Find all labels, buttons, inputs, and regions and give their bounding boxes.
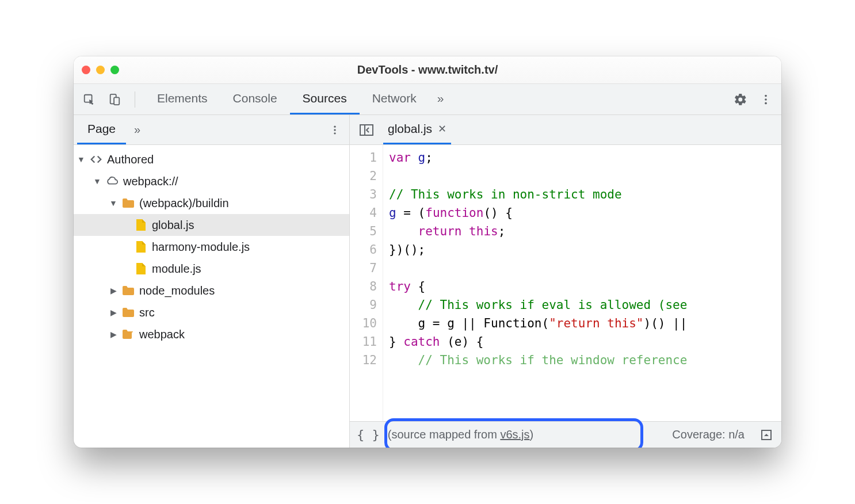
code-brackets-icon: [90, 153, 102, 166]
svg-point-7: [334, 129, 335, 131]
toggle-navigator-icon[interactable]: [356, 119, 377, 141]
tree-file-harmony[interactable]: harmony-module.js: [74, 236, 349, 258]
tree-folder-node-modules[interactable]: ▶ node_modules: [74, 280, 349, 301]
svg-point-6: [334, 125, 335, 127]
chevron-down-icon: ▼: [77, 155, 85, 164]
window-controls: [82, 66, 119, 74]
svg-point-3: [765, 94, 767, 97]
tree-label: harmony-module.js: [152, 240, 250, 254]
tree-root-authored[interactable]: ▼ Authored: [74, 148, 349, 170]
file-icon: [135, 219, 147, 231]
close-window-button[interactable]: [82, 66, 90, 74]
tab-elements[interactable]: Elements: [144, 84, 220, 114]
tree-label: webpack://: [123, 175, 178, 188]
chevron-right-icon: ▶: [109, 330, 117, 339]
chevron-right-icon: ▶: [109, 308, 117, 317]
svg-point-8: [334, 132, 335, 134]
editor-panel: global.js ✕ 123456789101112 var g; // Th…: [350, 115, 781, 448]
file-tree: ▼ Authored ▼ webpack:// ▼: [74, 145, 349, 448]
tree-label: (webpack)/buildin: [139, 197, 229, 210]
devtools-window: DevTools - www.twitch.tv/ Elements Conso…: [74, 56, 781, 448]
tree-webpack-origin[interactable]: ▼ webpack://: [74, 170, 349, 192]
device-toolbar-icon[interactable]: [104, 89, 125, 110]
tab-sources[interactable]: Sources: [290, 84, 360, 114]
file-icon: [135, 262, 147, 275]
cloud-icon: [106, 175, 119, 188]
tree-label: src: [139, 306, 155, 319]
source-mapped-label: (source mapped from v6s.js): [388, 428, 533, 441]
separator: [135, 91, 135, 108]
tree-folder-src[interactable]: ▶ src: [74, 301, 349, 323]
navigator-kebab-icon[interactable]: [324, 119, 346, 141]
tree-file-module[interactable]: module.js: [74, 258, 349, 280]
coverage-label: Coverage: n/a: [672, 428, 745, 441]
panel-tabs: Elements Console Sources Network »: [144, 84, 452, 114]
code-content: var g; // This works in non-strict mode …: [383, 145, 781, 421]
tree-label: Authored: [107, 153, 154, 166]
source-map-link[interactable]: v6s.js: [500, 428, 529, 441]
navigator-tab-page[interactable]: Page: [77, 115, 126, 144]
tab-network[interactable]: Network: [360, 84, 429, 114]
svg-point-4: [765, 98, 767, 101]
editor-tab-label: global.js: [388, 122, 432, 136]
zoom-window-button[interactable]: [110, 66, 119, 74]
navigator-tabs-overflow[interactable]: »: [126, 123, 148, 136]
editor-tabstrip: global.js ✕: [350, 115, 781, 145]
code-editor[interactable]: 123456789101112 var g; // This works in …: [350, 145, 781, 421]
line-gutter: 123456789101112: [350, 145, 383, 421]
folder-icon: [122, 328, 135, 341]
settings-gear-icon[interactable]: [730, 89, 751, 110]
tree-label: module.js: [152, 262, 201, 276]
tabs-overflow[interactable]: »: [429, 84, 452, 114]
editor-statusbar: { } (source mapped from v6s.js) Coverage…: [350, 421, 781, 448]
folder-icon: [122, 306, 135, 319]
tab-console[interactable]: Console: [220, 84, 290, 114]
pretty-print-button[interactable]: { }: [357, 427, 380, 442]
navigator-tabs: Page »: [74, 115, 349, 145]
tree-folder-webpack[interactable]: ▶ webpack: [74, 323, 349, 345]
file-icon: [135, 240, 147, 253]
chevron-down-icon: ▼: [93, 177, 101, 186]
folder-icon: [122, 197, 135, 209]
minimize-window-button[interactable]: [96, 66, 105, 74]
content-area: Page » ▼ Authored ▼: [74, 115, 781, 448]
navigator-panel: Page » ▼ Authored ▼: [74, 115, 350, 448]
show-drawer-icon[interactable]: [758, 427, 774, 443]
tree-label: global.js: [152, 219, 194, 232]
tree-file-global[interactable]: global.js: [74, 214, 349, 236]
svg-point-5: [765, 102, 767, 104]
window-title: DevTools - www.twitch.tv/: [74, 63, 781, 77]
folder-icon: [122, 284, 135, 297]
chevron-right-icon: ▶: [109, 286, 117, 295]
inspect-element-icon[interactable]: [78, 89, 100, 110]
chevron-down-icon: ▼: [109, 198, 117, 208]
main-toolbar: Elements Console Sources Network »: [74, 84, 781, 115]
close-tab-icon[interactable]: ✕: [438, 123, 446, 135]
tree-label: webpack: [139, 328, 185, 341]
kebab-menu-icon[interactable]: [755, 89, 777, 110]
tree-folder-buildin[interactable]: ▼ (webpack)/buildin: [74, 192, 349, 214]
titlebar: DevTools - www.twitch.tv/: [74, 56, 781, 84]
editor-tab-global[interactable]: global.js ✕: [383, 115, 451, 144]
svg-rect-2: [114, 97, 119, 105]
tree-label: node_modules: [139, 284, 215, 297]
